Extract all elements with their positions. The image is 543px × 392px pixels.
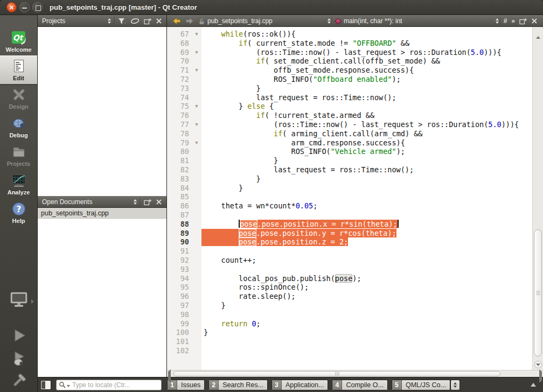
open-documents-combo-button[interactable]	[131, 197, 139, 207]
line-column-button[interactable]: #	[502, 16, 510, 26]
code-line[interactable]: 88 pose.pose.position.x = r*sin(theta);	[167, 220, 532, 229]
sidebar-item-analyze[interactable]: Analyze	[0, 170, 37, 198]
kit-selector-button[interactable]	[0, 291, 37, 308]
locator-field[interactable]	[56, 380, 162, 390]
fold-marker-icon[interactable]: ▼	[192, 30, 201, 39]
code-line[interactable]: 77▼ (ros::Time::now() - last_request > r…	[167, 120, 532, 129]
code-line[interactable]: 90 pose.pose.position.z = 2;	[167, 237, 532, 247]
debug-play-icon	[10, 350, 27, 366]
output-pane-button-3[interactable]: 3Application...	[272, 380, 329, 390]
code-line[interactable]: 86 theta = wn*count*0.05;	[167, 201, 532, 211]
code-line[interactable]: 94 local_pos_pub.publish(pose);	[167, 274, 532, 283]
code-line[interactable]: 79▼ arm_cmd.response.success){	[167, 138, 532, 148]
code-line[interactable]: 84 }	[167, 184, 532, 193]
output-pane-button-4[interactable]: 4Compile O...	[332, 380, 387, 390]
code-line[interactable]: 87	[167, 211, 532, 220]
editor-split-button[interactable]	[517, 16, 529, 26]
code-text	[201, 211, 204, 220]
sync-with-editor-button[interactable]	[128, 16, 142, 26]
output-pane-button-2[interactable]: 2Search Res...	[208, 380, 268, 390]
code-line[interactable]: 76 if( !current_state.armed &&	[167, 111, 532, 120]
code-line[interactable]: 69▼ (ros::Time::now() - last_request > r…	[167, 48, 532, 57]
open-documents-split-button[interactable]	[142, 197, 154, 207]
code-line[interactable]: 95 ros::spinOnce();	[167, 283, 532, 292]
scroll-right-button[interactable]	[539, 372, 542, 381]
output-pane-overflow-button[interactable]	[450, 380, 460, 390]
vertical-scrollbar-thumb[interactable]	[534, 229, 542, 356]
sidebar-item-help[interactable]: ?Help	[0, 198, 37, 227]
code-line[interactable]: 99 return 0;	[167, 319, 532, 328]
toolbar-overflow-button[interactable]: »	[509, 16, 517, 26]
go-back-button[interactable]	[170, 16, 183, 26]
projects-panel-title[interactable]: Projects	[42, 17, 106, 25]
open-file-selector[interactable]: pub_setpoints_traj.cpp	[196, 16, 331, 26]
window-close-button[interactable]	[6, 2, 17, 12]
code-line[interactable]: 72 ROS_INFO("Offboard enabled");	[167, 75, 532, 84]
start-debugging-button[interactable]	[0, 350, 37, 366]
fold-marker-icon[interactable]: ▼	[192, 48, 201, 57]
code-line[interactable]: 67▼ while(ros::ok()){	[167, 30, 532, 39]
sidebar-item-edit[interactable]: Edit	[0, 55, 37, 84]
toggle-left-sidebar-button[interactable]	[40, 380, 51, 390]
code-line[interactable]: 96 rate.sleep();	[167, 292, 532, 301]
code-line[interactable]: 78 if( arming_client.call(arm_cmd) &&	[167, 129, 532, 138]
sidebar-item-projects[interactable]: Projects	[0, 141, 37, 170]
code-line[interactable]: 75▼ } else {	[167, 102, 532, 111]
projects-panel-split-button[interactable]	[142, 16, 154, 26]
code-line[interactable]: 97 }	[167, 301, 532, 310]
projects-panel-combo-button[interactable]	[106, 16, 113, 26]
go-forward-button[interactable]	[183, 16, 196, 26]
horizontal-scrollbar-thumb[interactable]	[173, 371, 500, 376]
output-pane-button-1[interactable]: 1Issues	[167, 380, 205, 390]
code-line[interactable]: 98	[167, 310, 532, 319]
code-line[interactable]: 73 }	[167, 84, 532, 93]
code-line[interactable]: 101	[167, 337, 532, 346]
window-minimize-button[interactable]	[19, 2, 30, 12]
sidebar-item-design[interactable]: Design	[0, 84, 37, 113]
code-line[interactable]: 89 pose.pose.position.y = r*cos(theta);	[167, 229, 532, 238]
code-line[interactable]: 68 if( current_state.mode != "OFFBOARD" …	[167, 39, 532, 48]
code-line[interactable]: 81 }	[167, 156, 532, 165]
sidebar-item-welcome[interactable]: QtWelcome	[0, 27, 37, 55]
code-line[interactable]: 92 count++;	[167, 256, 532, 265]
code-line[interactable]: 82 last_request = ros::Time::now();	[167, 165, 532, 174]
output-pane-button-5[interactable]: 5QML/JS Co...	[392, 380, 450, 390]
code-line[interactable]: 91	[167, 247, 532, 256]
code-line[interactable]: 74 last_request = ros::Time::now();	[167, 93, 532, 102]
search-icon	[59, 381, 66, 389]
locator-input[interactable]	[72, 381, 159, 389]
code-line[interactable]: 71▼ offb_set_mode.response.success){	[167, 66, 532, 75]
maximize-output-pane-button[interactable]	[528, 383, 539, 387]
open-documents-panel-title[interactable]: Open Documents	[42, 198, 131, 206]
open-document-item[interactable]: pub_setpoints_traj.cpp	[38, 208, 166, 219]
code-line[interactable]: 102	[167, 346, 532, 355]
occurrence-highlight: pose	[240, 220, 257, 228]
editor-close-button[interactable]	[529, 16, 540, 26]
horizontal-scrollbar[interactable]	[167, 370, 543, 377]
scroll-down-button[interactable]	[533, 361, 543, 368]
scroll-up-button[interactable]	[533, 27, 543, 37]
code-editor[interactable]: 67▼ while(ros::ok()){68 if( current_stat…	[167, 27, 532, 370]
fold-marker-icon[interactable]: ▼	[192, 102, 201, 111]
run-button[interactable]	[0, 327, 37, 344]
filter-tree-button[interactable]	[116, 16, 128, 26]
locator-filter-dropdown-icon[interactable]	[67, 385, 70, 387]
code-line[interactable]: 85	[167, 192, 532, 201]
code-line[interactable]: 93	[167, 265, 532, 274]
code-line[interactable]: 83 }	[167, 174, 532, 184]
window-maximize-button[interactable]	[32, 2, 43, 12]
sidebar-item-debug[interactable]: Debug	[0, 113, 37, 141]
symbol-selector[interactable]: main(int, char **): int	[333, 17, 499, 25]
fold-marker-icon[interactable]: ▼	[192, 66, 201, 75]
fold-marker-icon[interactable]: ▼	[192, 120, 201, 129]
projects-tree-body[interactable]	[38, 27, 166, 196]
vertical-scrollbar[interactable]	[532, 27, 543, 370]
code-line[interactable]: 80 ROS_INFO("Vehicle armed");	[167, 147, 532, 156]
build-button[interactable]	[0, 373, 37, 389]
code-line[interactable]: 100}	[167, 328, 532, 337]
open-documents-close-button[interactable]	[154, 197, 164, 207]
projects-panel-close-button[interactable]	[154, 16, 164, 26]
fold-marker-icon[interactable]: ▼	[192, 138, 201, 148]
code-line[interactable]: 70 if( set_mode_client.call(offb_set_mod…	[167, 57, 532, 66]
scroll-left-button[interactable]	[168, 372, 171, 381]
